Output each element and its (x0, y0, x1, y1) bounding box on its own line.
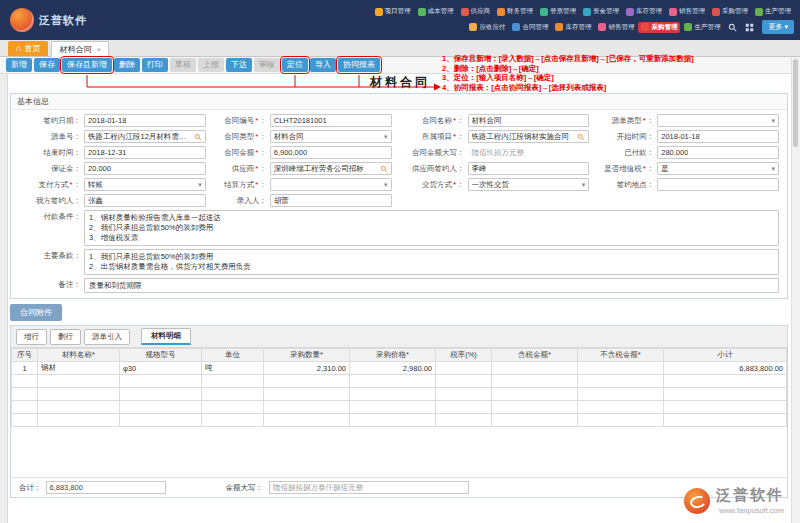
module-tab-r1-project[interactable]: 项目管理 (372, 6, 414, 17)
required-asterisk: * (255, 132, 258, 141)
detail-button-delete-row[interactable]: 删行 (50, 329, 81, 345)
module-tab-r2-purchase[interactable]: 采购管理 (638, 22, 680, 33)
module-tab-r1-sales[interactable]: 销售管理 (666, 6, 708, 17)
module-label: 成本管理 (428, 7, 454, 16)
field-remark[interactable]: 质量和到货期限 (84, 278, 779, 293)
amount-caps-field[interactable]: 陆佰捌拾捌万叁仟捌佰元整 (269, 481, 469, 494)
chevron-down-icon: ▾ (198, 181, 202, 189)
toolbar-button-collab-report[interactable]: 协同报表 (338, 58, 380, 72)
field-sign-place[interactable] (657, 178, 779, 191)
module-tab-r1-fund[interactable]: 资金管理 (580, 6, 622, 17)
field-our-signer[interactable]: 张鑫 (84, 194, 206, 207)
table-cell (492, 414, 578, 427)
apps-grid-icon[interactable] (743, 21, 755, 33)
search-icon[interactable] (380, 165, 388, 173)
table-row[interactable] (12, 401, 787, 414)
module-tab-r1-purchase[interactable]: 采购管理 (709, 6, 751, 17)
field-delivery-method[interactable]: 一次性交货▾ (468, 178, 590, 191)
field-label: 供应商签约人： (395, 164, 465, 174)
toolbar-button-delete[interactable]: 删除 (114, 58, 140, 72)
field-start-date[interactable]: 2018-01-18 (657, 130, 779, 143)
tab-material-contract[interactable]: 材料合同 × (51, 41, 109, 57)
module-tab-r2-inventory[interactable]: 库存管理 (552, 22, 594, 33)
field-contract-type[interactable]: 材料合同▾ (270, 130, 392, 143)
field-vat[interactable]: 是▾ (657, 162, 779, 175)
field-amount[interactable]: 6,900,000 (270, 146, 392, 159)
field-label: 所属项目*： (395, 132, 465, 142)
search-icon[interactable] (577, 133, 585, 141)
field-deposit[interactable]: 20,000 (84, 162, 206, 175)
field-value: 2018-01-18 (88, 116, 126, 125)
module-tab-r2-contract[interactable]: 合同管理 (509, 22, 551, 33)
table-row[interactable] (12, 375, 787, 388)
field-label: 结算方式*： (209, 180, 267, 190)
required-asterisk: * (255, 116, 258, 125)
field-label: 合同编号*： (209, 116, 267, 126)
basic-info-panel: 基本信息 签约日期：2018-01-18合同编号*：CLHT20181001合同… (10, 93, 788, 299)
table-cell (120, 401, 202, 414)
detail-button-import-source[interactable]: 源单引入 (84, 329, 130, 345)
toolbar-button-print[interactable]: 打印 (142, 58, 168, 72)
table-cell (578, 388, 664, 401)
module-tab-r2-production[interactable]: 生产管理 (681, 22, 723, 33)
module-label: 库存管理 (636, 7, 662, 16)
field-paid[interactable]: 280,000 (657, 146, 779, 159)
table-cell (12, 414, 38, 427)
tab-material-detail[interactable]: 材料明细 (141, 328, 191, 345)
field-contract-no[interactable]: CLHT20181001 (270, 114, 392, 127)
sidebar-collapse-handle[interactable] (0, 74, 8, 523)
more-button[interactable]: 更多 ▾ (762, 20, 794, 34)
field-pay-method[interactable]: 转账▾ (84, 178, 206, 191)
toolbar-button-add[interactable]: 新增 (6, 58, 32, 72)
field-supplier-signer[interactable]: 李峰 (468, 162, 590, 175)
field-sign-date[interactable]: 2018-01-18 (84, 114, 206, 127)
field-pay-terms[interactable]: 1、钢材质量检验报告需入库单一起送达 2、我们只承担总货款50%的装卸费用 3、… (84, 210, 779, 246)
toolbar-button-import[interactable]: 导入 (310, 58, 336, 72)
toolbar-button-locate[interactable]: 定位 (282, 58, 308, 72)
module-tab-r1-production[interactable]: 生产管理 (752, 6, 794, 17)
field-entry-person[interactable]: 胡蕾 (270, 194, 392, 207)
field-settle-method[interactable]: ▾ (270, 178, 392, 191)
toolbar-button-issue[interactable]: 下达 (226, 58, 252, 72)
table-cell (492, 375, 578, 388)
tab-label: 材料合同 (59, 44, 91, 55)
module-label: 财务管理 (507, 7, 533, 16)
field-project[interactable]: 铁路工程内江段钢材实施合同 (468, 130, 590, 143)
module-tab-r1-finance[interactable]: 财务管理 (494, 6, 536, 17)
table-cell (12, 388, 38, 401)
module-nav: 项目管理成本管理供应商财务管理登票管理资金管理库存管理销售管理采购管理生产管理 … (372, 6, 795, 34)
close-icon[interactable]: × (96, 45, 101, 54)
section-title: 基本信息 (11, 94, 787, 110)
table-row[interactable] (12, 388, 787, 401)
vertical-scrollbar[interactable] (791, 57, 800, 523)
field-label: 付款条件： (19, 210, 81, 222)
module-tab-r1-invoice[interactable]: 登票管理 (537, 6, 579, 17)
scrollbar-thumb[interactable] (793, 59, 798, 147)
field-value: 2018-12-31 (88, 148, 126, 157)
field-end-date[interactable]: 2018-12-31 (84, 146, 206, 159)
tab-home[interactable]: ⌂ 首页 (8, 41, 48, 56)
field-source-no[interactable]: 铁路工程内江段12月材料需用计划 (84, 130, 206, 143)
field-main-terms[interactable]: 1、我们只承担总货款50%的装卸费用 2、出货钢材质量需合格，供货方对相关费用负… (84, 249, 779, 275)
attachment-button[interactable]: 合同附件 (10, 304, 62, 321)
toolbar-button-save[interactable]: 保存 (34, 58, 60, 72)
detail-button-add-row[interactable]: 增行 (16, 329, 47, 345)
search-icon[interactable] (194, 133, 202, 141)
module-label: 销售管理 (679, 7, 705, 16)
module-tab-r1-inventory[interactable]: 库存管理 (623, 6, 665, 17)
module-tab-r2-sales[interactable]: 销售管理 (595, 22, 637, 33)
field-contract-name[interactable]: 材料合同 (468, 114, 590, 127)
module-tab-r1-cost[interactable]: 成本管理 (415, 6, 457, 17)
table-row[interactable] (12, 414, 787, 427)
field-supplier[interactable]: 深圳峰瑞工程劳务公司招标 (270, 162, 392, 175)
toolbar-button-save-and-new[interactable]: 保存且新增 (62, 58, 112, 72)
module-tab-r1-supplier[interactable]: 供应商 (458, 6, 494, 17)
field-value: 280,000 (661, 148, 688, 157)
table-cell (664, 414, 787, 427)
table-row[interactable]: 1钢材φ30吨2,310.002,980.006,883,800.00 (12, 362, 787, 375)
table-cell (12, 401, 38, 414)
table-cell (38, 375, 120, 388)
search-icon[interactable] (726, 21, 738, 33)
field-source-type[interactable]: ▾ (657, 114, 779, 127)
module-tab-r2-receivable-payable[interactable]: 应收应付 (466, 22, 508, 33)
